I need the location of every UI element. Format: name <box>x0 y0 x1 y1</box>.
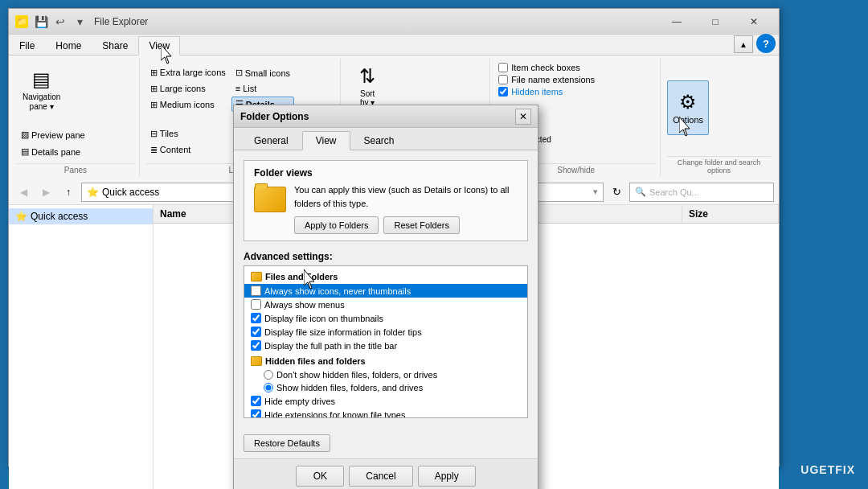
small-icons-btn[interactable]: ⊡Small icons <box>231 65 294 80</box>
reset-folders-btn[interactable]: Reset Folders <box>383 216 459 234</box>
hidden-files-section-label: Hidden files and folders <box>265 356 366 366</box>
quick-dropdown-btn[interactable]: ▾ <box>72 14 88 30</box>
show-hidden-label: Show hidden files, folders, and drives <box>276 383 423 392</box>
ribbon-group-panes: ▤ Navigationpane ▾ ▧ Preview pane ▤ Deta… <box>12 59 140 176</box>
col-size[interactable]: Size <box>682 205 779 223</box>
dialog-close-btn[interactable]: ✕ <box>515 109 531 125</box>
hidden-items-checkbox[interactable] <box>498 87 508 97</box>
hide-extensions-label: Hide extensions for known file types <box>264 410 405 419</box>
dialog-ok-cancel: OK Cancel Apply <box>234 458 538 489</box>
hidden-items-option[interactable]: Hidden items <box>497 86 596 97</box>
tab-view[interactable]: View <box>138 36 180 55</box>
window-title: File Explorer <box>94 16 658 27</box>
watermark: UGETFIX <box>800 463 855 476</box>
folder-options-dialog: Folder Options ✕ General View Search Fol… <box>233 105 538 489</box>
extra-large-icons-btn[interactable]: ⊞Extra large icons <box>146 65 230 80</box>
always-show-menus-label: Always show menus <box>264 300 345 310</box>
item-check-boxes-checkbox[interactable] <box>498 63 508 72</box>
display-file-size-checkbox[interactable] <box>251 327 261 337</box>
dialog-title: Folder Options <box>240 111 515 122</box>
restore-defaults-btn[interactable]: Restore Defaults <box>244 434 330 452</box>
dialog-tab-search[interactable]: Search <box>350 131 408 150</box>
advanced-settings-label: Advanced settings: <box>244 251 528 262</box>
address-bar-text: Quick access <box>102 187 159 198</box>
options-group-label: Change folder and search options <box>667 156 771 176</box>
panes-group-label: Panes <box>17 163 134 176</box>
hidden-files-section-header: Hidden files and folders <box>244 354 527 368</box>
ribbon-collapse-btn[interactable]: ▲ <box>734 35 753 53</box>
navigation-pane-btn[interactable]: ▤ Navigationpane ▾ <box>17 63 66 117</box>
dialog-footer: Restore Defaults <box>234 428 538 458</box>
item-check-boxes-option[interactable]: Item check boxes <box>497 62 596 73</box>
options-icon: ⚙ <box>679 91 697 113</box>
always-show-menus-checkbox[interactable] <box>251 299 261 310</box>
show-hidden-item[interactable]: Show hidden files, folders, and drives <box>244 381 527 394</box>
options-btn[interactable]: ⚙ Options <box>667 80 709 135</box>
content-btn[interactable]: ≣Content <box>146 142 195 158</box>
up-btn[interactable]: ↑ <box>59 183 78 202</box>
dialog-tab-general[interactable]: General <box>240 131 302 150</box>
ribbon-tabs: File Home Share View ▲ ? <box>9 35 779 55</box>
cancel-btn[interactable]: Cancel <box>349 466 412 487</box>
display-full-path-checkbox[interactable] <box>251 340 261 351</box>
display-file-size-item[interactable]: Display file size information in folder … <box>244 325 527 339</box>
options-label: Options <box>673 115 703 125</box>
hide-extensions-item[interactable]: Hide extensions for known file types <box>244 408 527 418</box>
tiles-btn[interactable]: ⊟Tiles <box>146 126 195 142</box>
large-icons-btn[interactable]: ⊞Large icons <box>146 81 230 97</box>
list-btn[interactable]: ≡List <box>231 81 294 96</box>
details-pane-btn[interactable]: ▤ Details pane <box>17 144 89 159</box>
forward-btn[interactable]: ▶ <box>36 183 55 202</box>
ok-btn[interactable]: OK <box>296 466 344 487</box>
sidebar-quick-access[interactable]: ⭐ Quick access <box>9 208 153 224</box>
settings-list: Files and Folders Always show icons, nev… <box>244 265 528 418</box>
refresh-btn[interactable]: ↻ <box>607 183 626 202</box>
settings-section-icon <box>251 272 262 281</box>
always-show-icons-item[interactable]: Always show icons, never thumbnails <box>244 284 527 298</box>
folder-views-buttons: Apply to Folders Reset Folders <box>294 216 518 234</box>
apply-to-folders-btn[interactable]: Apply to Folders <box>294 216 379 234</box>
tab-home[interactable]: Home <box>45 35 92 55</box>
preview-pane-btn[interactable]: ▧ Preview pane <box>17 127 89 142</box>
always-show-menus-item[interactable]: Always show menus <box>244 298 527 311</box>
always-show-icons-checkbox[interactable] <box>251 286 261 296</box>
dialog-tab-view[interactable]: View <box>302 131 350 150</box>
display-file-icon-checkbox[interactable] <box>251 313 261 323</box>
sidebar: ⭐ Quick access <box>9 205 154 489</box>
window-controls: — □ ✕ <box>658 9 772 35</box>
minimize-btn[interactable]: — <box>658 9 695 35</box>
close-btn[interactable]: ✕ <box>735 9 772 35</box>
dont-show-hidden-radio[interactable] <box>264 370 273 380</box>
show-hidden-radio[interactable] <box>264 383 273 392</box>
settings-section-label: Files and Folders <box>265 272 338 281</box>
details-pane-label: Details pane <box>31 147 80 157</box>
sort-icon: ⇅ <box>359 65 375 88</box>
display-file-icon-label: Display file icon on thumbnails <box>264 314 383 323</box>
preview-pane-label: Preview pane <box>31 130 85 140</box>
display-full-path-item[interactable]: Display the full path in the title bar <box>244 339 527 352</box>
quick-save-btn[interactable]: 💾 <box>33 14 49 30</box>
search-bar[interactable]: 🔍 Search Qu... <box>629 183 774 202</box>
address-dropdown-icon[interactable]: ▾ <box>593 187 598 197</box>
tab-file[interactable]: File <box>9 35 45 55</box>
sidebar-quick-access-label: Quick access <box>31 211 88 222</box>
apply-btn[interactable]: Apply <box>418 466 476 487</box>
tab-share[interactable]: Share <box>92 35 138 55</box>
file-name-extensions-checkbox[interactable] <box>498 75 508 84</box>
dont-show-hidden-item[interactable]: Don't show hidden files, folders, or dri… <box>244 368 527 381</box>
maximize-btn[interactable]: □ <box>697 9 734 35</box>
quick-undo-btn[interactable]: ↩ <box>52 14 68 30</box>
hide-extensions-checkbox[interactable] <box>251 409 261 418</box>
hide-empty-drives-item[interactable]: Hide empty drives <box>244 394 527 408</box>
help-btn[interactable]: ? <box>756 34 776 53</box>
file-name-extensions-option[interactable]: File name extensions <box>497 74 596 85</box>
medium-icons-btn[interactable]: ⊞Medium icons <box>146 97 230 113</box>
details-pane-icon: ▤ <box>21 146 29 157</box>
hide-empty-drives-checkbox[interactable] <box>251 396 261 406</box>
nav-pane-icon: ▤ <box>32 68 51 91</box>
display-file-icon-item[interactable]: Display file icon on thumbnails <box>244 311 527 325</box>
explorer-icon: 📁 <box>15 15 28 28</box>
back-btn[interactable]: ◀ <box>14 183 33 202</box>
nav-pane-label: Navigationpane ▾ <box>23 92 60 112</box>
options-group-items: ⚙ Options <box>667 59 771 156</box>
